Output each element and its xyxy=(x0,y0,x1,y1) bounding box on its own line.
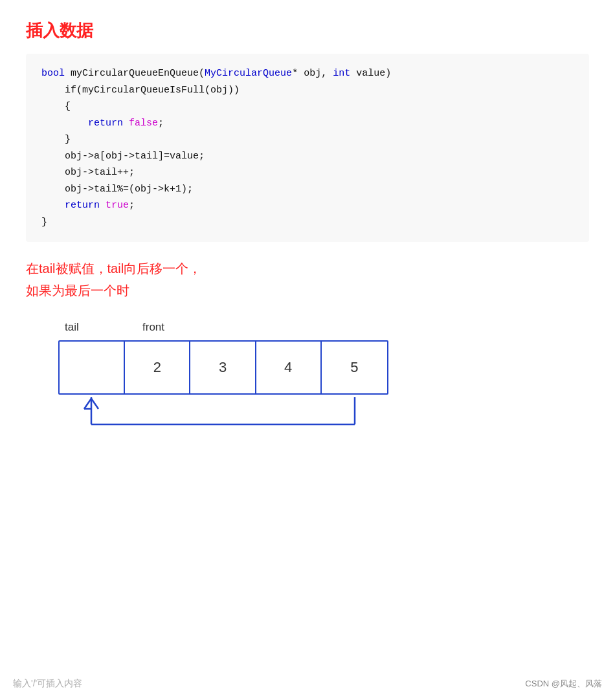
code-block: bool myCircularQueueEnQueue(MyCircularQu… xyxy=(26,54,589,242)
array-cell-4: 5 xyxy=(322,342,387,393)
explanation-text: 在tail被赋值，tail向后移一个， 如果为最后一个时 xyxy=(26,257,589,301)
page-container: 插入数据 bool myCircularQueueEnQueue(MyCircu… xyxy=(0,0,615,462)
explanation-line2: 如果为最后一个时 xyxy=(26,279,589,301)
arrow-diagram xyxy=(58,397,388,436)
array-container: 2 3 4 5 xyxy=(58,340,388,436)
label-front: front xyxy=(142,321,164,334)
footer: 输入'/'可插入内容 CSDN @风起、风落 xyxy=(0,678,615,690)
array-cell-1: 2 xyxy=(125,342,190,393)
footer-input-hint: 输入'/'可插入内容 xyxy=(13,678,82,690)
diagram-section: tail front 2 3 4 5 xyxy=(26,321,589,436)
footer-brand: CSDN @风起、风落 xyxy=(525,678,602,690)
array-boxes: 2 3 4 5 xyxy=(58,340,388,395)
arrow-row xyxy=(58,397,369,436)
labels-row: tail front xyxy=(58,321,589,334)
array-cell-2: 3 xyxy=(190,342,256,393)
array-cell-0 xyxy=(60,342,125,393)
explanation-line1: 在tail被赋值，tail向后移一个， xyxy=(26,257,589,279)
array-cell-3: 4 xyxy=(256,342,322,393)
page-title: 插入数据 xyxy=(26,19,589,42)
label-tail: tail xyxy=(65,321,142,334)
